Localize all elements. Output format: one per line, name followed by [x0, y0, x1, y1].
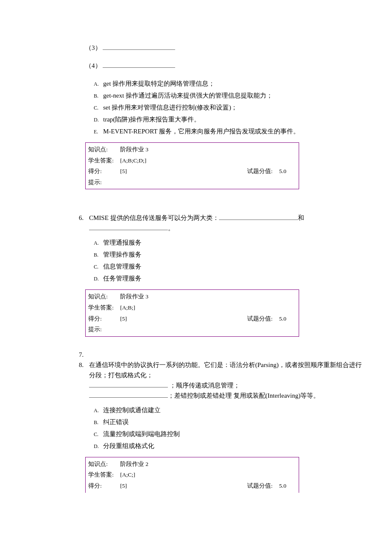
kp-value: 阶段作业 2: [120, 460, 296, 469]
answer-value: [A;B;]: [120, 303, 296, 312]
options-list: A.连接控制或通信建立 B.纠正错误 C.流量控制或端到端电路控制 D.分段重组…: [94, 405, 362, 451]
option-d: D.分段重组或格式化: [94, 441, 362, 451]
option-d: D.任务管理服务: [94, 273, 362, 283]
option-text: 流量控制或端到端电路控制: [103, 429, 180, 439]
score-label: 得分:: [88, 314, 120, 324]
option-text: 信息管理服务: [103, 261, 141, 272]
option-text: get 操作用来提取特定的网络管理信息；: [103, 78, 215, 89]
option-text: 分段重组或格式化: [103, 441, 154, 451]
hint-label: 提示:: [88, 325, 120, 334]
question-number: 6.: [79, 213, 89, 223]
stem-text: ；差错控制或差错处理 复用或装配(Interleaving)等等。: [168, 392, 320, 399]
blank-line: [103, 43, 175, 50]
fill-blank-4: （4）: [85, 61, 362, 71]
qval-value: 5.0: [279, 167, 296, 176]
stem-text: ；顺序传递或消息管理；: [168, 382, 240, 389]
question-stem: 8. 在通信环境中的协议执行一系列的功能。它们是：语法分析(Parsing)，或…: [79, 360, 362, 401]
question-8: 8. 在通信环境中的协议执行一系列的功能。它们是：语法分析(Parsing)，或…: [30, 360, 362, 493]
option-letter: D.: [94, 442, 103, 451]
option-b: B.纠正错误: [94, 417, 362, 427]
qval-label: 试题分值:: [247, 481, 279, 491]
hint-label: 提示:: [88, 178, 120, 187]
blank-line: [89, 381, 168, 387]
option-text: 纠正错误: [103, 417, 129, 427]
hint-value: [120, 178, 296, 187]
option-text: trap(陷阱)操作用来报告重大事件。: [103, 114, 200, 124]
options-list: A.get 操作用来提取特定的网络管理信息； B.get-next 操作通过遍历…: [94, 78, 362, 136]
option-a: A.连接控制或通信建立: [94, 405, 362, 415]
stem-text: CMISE 提供的信息传送服务可以分为两大类：: [89, 214, 219, 221]
answer-label: 学生答案:: [88, 470, 120, 480]
question-number: 7.: [79, 350, 89, 360]
option-letter: A.: [94, 407, 103, 415]
qval-value: 5.0: [279, 481, 296, 491]
option-letter: D.: [94, 275, 103, 283]
option-text: set 操作用来对管理信息进行控制(修改和设置)；: [103, 102, 237, 113]
options-list: A.管理通报服务 B.管理操作服务 C.信息管理服务 D.任务管理服务: [94, 237, 362, 283]
stem-text: 在通信环境中的协议执行一系列的功能。它们是：语法分析(Parsing)，或者按照…: [89, 361, 362, 379]
answer-value: [A;B;C;D;]: [120, 156, 296, 165]
option-letter: B.: [94, 419, 103, 427]
question-6: 6. CMISE 提供的信息传送服务可以分为两大类：和 。 A.管理通报服务 B…: [30, 213, 362, 336]
option-text: get-next 操作通过遍历活动来提供强大的管理信息提取能力；: [103, 90, 273, 101]
option-text: 连接控制或通信建立: [103, 405, 161, 415]
option-text: 管理操作服务: [103, 249, 141, 260]
option-text: M-EVENT-REPORT 服务，它用来向服务用户报告发现或发生的事件。: [103, 126, 300, 136]
blank-line: [219, 213, 298, 220]
hint-value: [120, 325, 296, 334]
option-letter: A.: [94, 80, 103, 88]
option-letter: C.: [94, 104, 103, 112]
blank-line: [89, 223, 168, 230]
question-7: 7.: [79, 350, 362, 360]
score-value: [5]: [120, 314, 247, 324]
fill-blank-3: （3）: [85, 43, 362, 53]
question-text: 在通信环境中的协议执行一系列的功能。它们是：语法分析(Parsing)，或者按照…: [89, 360, 362, 401]
option-c: C.set 操作用来对管理信息进行控制(修改和设置)；: [94, 102, 362, 113]
qval-label: 试题分值:: [247, 314, 279, 324]
kp-label: 知识点:: [88, 292, 120, 301]
score-value: [5]: [120, 481, 247, 491]
answer-label: 学生答案:: [88, 303, 120, 312]
kp-value: 阶段作业 3: [120, 145, 296, 154]
qval-value: 5.0: [279, 314, 296, 324]
blank-line: [103, 61, 175, 68]
option-c: C.流量控制或端到端电路控制: [94, 429, 362, 439]
stem-text: 和: [298, 214, 304, 221]
answer-value: [A;C;]: [120, 470, 296, 480]
option-letter: C.: [94, 431, 103, 439]
kp-label: 知识点:: [88, 145, 120, 154]
option-letter: B.: [94, 251, 103, 259]
question-text: CMISE 提供的信息传送服务可以分为两大类：和 。: [89, 213, 362, 233]
answer-box: 知识点:阶段作业 2 学生答案:[A;C;] 得分:[5]试题分值:5.0: [85, 457, 299, 493]
option-letter: E.: [94, 128, 103, 136]
stem-text: 。: [168, 225, 174, 231]
option-a: A.管理通报服务: [94, 237, 362, 248]
blank-line: [89, 391, 168, 398]
option-letter: D.: [94, 116, 103, 124]
question-5-fragment: （3） （4） A.get 操作用来提取特定的网络管理信息； B.get-nex…: [30, 43, 362, 189]
option-e: E.M-EVENT-REPORT 服务，它用来向服务用户报告发现或发生的事件。: [94, 126, 362, 136]
score-value: [5]: [120, 167, 247, 176]
answer-label: 学生答案:: [88, 156, 120, 165]
score-label: 得分:: [88, 167, 120, 176]
option-text: 任务管理服务: [103, 273, 141, 283]
question-stem: 6. CMISE 提供的信息传送服务可以分为两大类：和 。: [79, 213, 362, 233]
option-a: A.get 操作用来提取特定的网络管理信息；: [94, 78, 362, 89]
option-letter: A.: [94, 239, 103, 247]
option-b: B.管理操作服务: [94, 249, 362, 260]
option-b: B.get-next 操作通过遍历活动来提供强大的管理信息提取能力；: [94, 90, 362, 101]
option-letter: C.: [94, 263, 103, 271]
answer-box: 知识点:阶段作业 3 学生答案:[A;B;C;D;] 得分:[5]试题分值:5.…: [85, 142, 299, 189]
question-number: 8.: [79, 360, 89, 370]
kp-value: 阶段作业 3: [120, 292, 296, 301]
option-d: D.trap(陷阱)操作用来报告重大事件。: [94, 114, 362, 124]
option-letter: B.: [94, 92, 103, 100]
qval-label: 试题分值:: [247, 167, 279, 176]
fill-label: （3）: [85, 44, 101, 51]
fill-label: （4）: [85, 62, 101, 69]
option-c: C.信息管理服务: [94, 261, 362, 272]
score-label: 得分:: [88, 481, 120, 491]
kp-label: 知识点:: [88, 460, 120, 469]
option-text: 管理通报服务: [103, 237, 141, 248]
answer-box: 知识点:阶段作业 3 学生答案:[A;B;] 得分:[5]试题分值:5.0 提示…: [85, 289, 299, 336]
